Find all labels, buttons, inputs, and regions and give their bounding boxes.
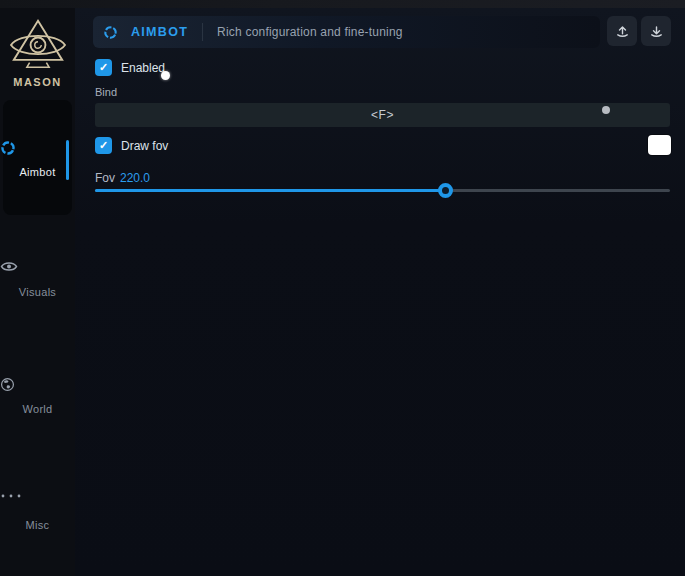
window-top-edge — [0, 0, 685, 8]
globe-icon — [0, 377, 75, 393]
sidebar-item-aimbot[interactable]: Aimbot — [0, 140, 75, 180]
draw-fov-checkbox[interactable] — [95, 137, 112, 154]
page-subtitle: Rich configuration and fine-tuning — [217, 25, 403, 39]
sidebar-item-misc[interactable]: Misc — [0, 493, 75, 533]
page-header: AIMBOT Rich configuration and fine-tunin… — [93, 16, 600, 48]
draw-fov-label: Draw fov — [121, 139, 168, 153]
sidebar-item-label: World — [22, 403, 52, 415]
sidebar-item-world[interactable]: World — [0, 377, 75, 417]
sidebar-item-label: Visuals — [19, 286, 56, 298]
fov-color-swatch[interactable] — [648, 135, 671, 155]
fov-slider[interactable] — [95, 180, 670, 200]
sidebar-item-label: Misc — [26, 519, 50, 531]
download-icon — [649, 24, 664, 39]
enabled-checkbox[interactable] — [95, 59, 112, 76]
mouse-cursor-dot — [161, 71, 170, 80]
crosshair-icon — [103, 25, 118, 40]
enabled-label: Enabled — [121, 61, 165, 75]
main-panel: AIMBOT Rich configuration and fine-tunin… — [75, 8, 685, 576]
eye-pyramid-icon — [0, 18, 75, 72]
fov-slider-fill — [95, 189, 446, 192]
upload-config-button[interactable] — [607, 16, 637, 46]
sidebar-item-label: Aimbot — [19, 166, 55, 178]
sidebar: MASON Aimbot Visuals World — [0, 8, 75, 576]
fov-slider-handle[interactable] — [438, 183, 453, 198]
page-title: AIMBOT — [131, 25, 188, 39]
upload-icon — [615, 24, 630, 39]
mason-logo: MASON — [0, 18, 75, 88]
logo-label: MASON — [0, 76, 75, 88]
download-config-button[interactable] — [641, 16, 671, 46]
header-divider — [202, 23, 203, 41]
bind-input[interactable]: <F> — [95, 103, 670, 127]
crosshair-icon — [0, 140, 75, 156]
draw-fov-row: Draw fov — [95, 137, 168, 154]
bind-label: Bind — [95, 86, 117, 98]
enabled-row: Enabled — [95, 59, 165, 76]
eye-icon — [0, 260, 75, 276]
sidebar-item-visuals[interactable]: Visuals — [0, 260, 75, 300]
bind-value: <F> — [371, 108, 394, 122]
bind-cursor-dot — [602, 106, 610, 114]
ellipsis-icon — [0, 493, 75, 509]
